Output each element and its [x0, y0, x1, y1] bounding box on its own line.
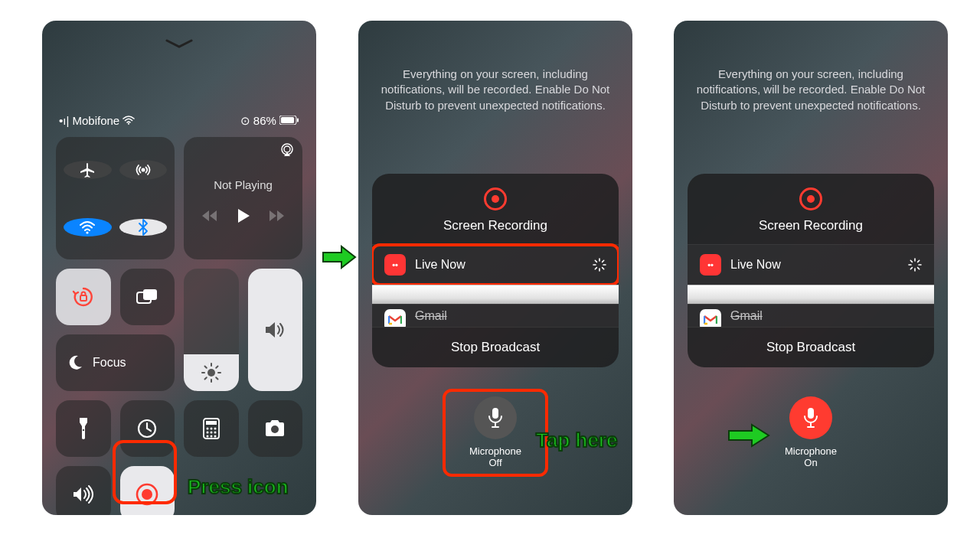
media-title: Not Playing	[214, 178, 273, 191]
volume-slider[interactable]	[248, 269, 303, 391]
svg-point-7	[284, 146, 290, 152]
option-blank[interactable]	[688, 285, 934, 304]
sheet-title: Screen Recording	[688, 218, 934, 233]
focus-tile[interactable]: Focus	[56, 334, 175, 391]
media-tile[interactable]: Not Playing	[184, 137, 302, 259]
record-indicator-icon	[484, 187, 507, 210]
brightness-slider[interactable]	[184, 269, 239, 391]
sheet-title: Screen Recording	[372, 218, 619, 233]
stop-broadcast-button[interactable]: Stop Broadcast	[372, 327, 619, 367]
mic-label: Microphone Off	[453, 445, 537, 469]
mic-state: Off	[488, 457, 501, 468]
gmail-app-icon	[384, 309, 406, 327]
broadcast-sheet: Screen Recording •• Live Now Gmail Stop …	[688, 174, 934, 367]
control-center-grid: Not Playing	[56, 137, 302, 515]
option-label: Gmail	[415, 309, 447, 323]
spinner-icon	[908, 258, 922, 272]
wifi-icon	[122, 114, 135, 127]
orientation-lock-tile[interactable]	[56, 269, 111, 325]
chevron-down-icon[interactable]	[165, 39, 193, 48]
screen-mirroring-tile[interactable]	[120, 269, 175, 325]
status-left: •ı| Mobifone	[59, 114, 135, 128]
microphone-icon	[802, 407, 819, 429]
svg-point-32	[214, 435, 216, 438]
speaker-icon	[263, 320, 286, 340]
live-now-app-icon: ••	[700, 254, 721, 276]
play-icon[interactable]	[237, 208, 250, 223]
wifi-toggle[interactable]	[64, 218, 112, 236]
arrow-right-icon	[322, 245, 357, 269]
svg-line-19	[204, 377, 206, 379]
svg-point-28	[210, 432, 212, 434]
svg-point-29	[214, 432, 216, 434]
option-gmail[interactable]: Gmail	[688, 304, 934, 327]
option-live-now[interactable]: •• Live Now	[372, 244, 619, 285]
svg-point-20	[83, 429, 84, 431]
svg-line-51	[918, 260, 920, 262]
connectivity-tile[interactable]	[56, 137, 175, 259]
svg-point-33	[271, 425, 279, 433]
option-blank[interactable]	[372, 285, 619, 304]
svg-point-35	[142, 489, 152, 500]
svg-line-41	[603, 268, 604, 269]
next-icon[interactable]	[269, 210, 286, 222]
svg-line-16	[204, 367, 206, 368]
record-indicator-icon	[799, 187, 822, 210]
stop-broadcast-button[interactable]: Stop Broadcast	[688, 327, 934, 367]
gmail-app-icon	[700, 309, 721, 327]
broadcast-info-text: Everything on your screen, including not…	[674, 21, 948, 113]
svg-point-25	[210, 428, 212, 430]
svg-rect-3	[297, 119, 299, 122]
svg-line-50	[918, 268, 920, 269]
arrow-right-icon	[727, 423, 770, 448]
svg-point-26	[214, 428, 216, 430]
stage: •ı| Mobifone ⊙ 86%	[0, 0, 980, 551]
svg-line-42	[603, 260, 604, 262]
option-label: Gmail	[730, 309, 763, 323]
option-gmail[interactable]: Gmail	[372, 304, 619, 327]
svg-line-17	[216, 377, 217, 379]
airplane-toggle[interactable]	[64, 161, 112, 179]
mic-circle-off	[474, 396, 517, 439]
airplay-icon[interactable]	[279, 143, 295, 157]
brightness-fill	[184, 354, 239, 391]
phone-control-center: •ı| Mobifone ⊙ 86%	[42, 21, 316, 515]
sun-icon	[201, 363, 221, 383]
sound-recognition-tile[interactable]	[56, 466, 111, 515]
broadcast-sheet: Screen Recording •• Live Now Gmail Stop …	[372, 174, 619, 367]
microphone-icon	[487, 407, 504, 429]
highlight-live-now	[372, 243, 619, 286]
microphone-toggle[interactable]: Microphone On	[769, 396, 853, 469]
annotation-tap-here: Tap here	[536, 429, 617, 452]
svg-point-30	[206, 435, 208, 438]
camera-tile[interactable]	[248, 400, 303, 457]
prev-icon[interactable]	[201, 210, 218, 222]
mic-label: Microphone On	[769, 445, 853, 469]
svg-line-18	[216, 367, 217, 368]
svg-point-4	[141, 168, 145, 171]
mic-circle-on	[789, 396, 832, 439]
lock-icon: ⊙	[240, 114, 250, 127]
status-bar: •ı| Mobifone ⊙ 86%	[42, 114, 316, 128]
svg-line-52	[910, 268, 912, 269]
bluetooth-toggle[interactable]	[119, 219, 168, 236]
moon-icon	[67, 354, 83, 371]
microphone-toggle[interactable]: Microphone Off	[453, 396, 537, 469]
cellular-toggle[interactable]	[119, 160, 168, 180]
flashlight-tile[interactable]	[56, 400, 111, 457]
option-live-now[interactable]: •• Live Now	[688, 244, 934, 285]
svg-rect-53	[808, 408, 814, 419]
calculator-tile[interactable]	[184, 400, 239, 457]
spinner-icon	[593, 258, 606, 272]
battery-icon	[279, 114, 299, 127]
phone-broadcast-mic-on: Everything on your screen, including not…	[674, 21, 948, 515]
annotation-press-icon: Press icon	[188, 475, 289, 499]
mic-state: On	[804, 457, 817, 468]
focus-label: Focus	[93, 356, 126, 370]
svg-point-27	[206, 432, 208, 434]
timer-tile[interactable]	[120, 400, 175, 457]
svg-point-31	[210, 435, 212, 438]
screen-record-tile[interactable]	[120, 466, 175, 515]
svg-point-24	[206, 428, 208, 430]
signal-icon: •ı|	[59, 114, 69, 127]
